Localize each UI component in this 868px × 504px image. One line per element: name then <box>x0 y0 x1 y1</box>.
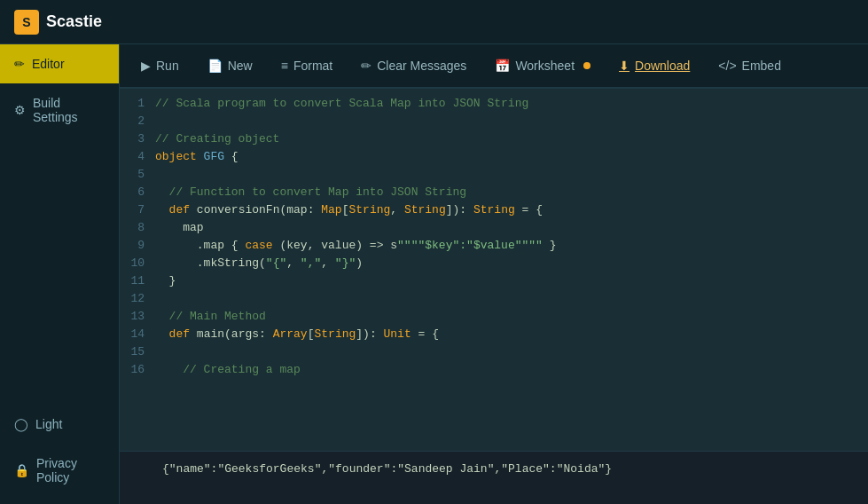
code-token: "," <box>301 256 321 270</box>
line-number: 9 <box>120 239 155 252</box>
line-number: 2 <box>120 114 155 128</box>
clear-messages-button[interactable]: ✏ Clear Messages <box>347 51 481 80</box>
line-number: 15 <box>120 345 155 358</box>
code-token: case <box>245 239 279 252</box>
line-number: 12 <box>120 292 155 305</box>
code-token: ) <box>356 256 363 270</box>
line-number: 4 <box>120 150 155 163</box>
lock-icon: 🔒 <box>14 463 29 477</box>
code-token: = { <box>515 203 543 217</box>
sidebar-label-editor: Editor <box>32 57 65 71</box>
code-token: String <box>348 203 390 217</box>
toolbar: ▶ Run 📄 New ≡ Format ✏ Clear Messages 📅 … <box>120 44 868 89</box>
embed-button[interactable]: </> Embed <box>704 51 795 80</box>
line-code: .map { case (key, value) => s""""$key":"… <box>155 239 557 252</box>
code-token: } <box>155 274 176 287</box>
run-button[interactable]: ▶ Run <box>127 51 193 80</box>
right-panel: ▶ Run 📄 New ≡ Format ✏ Clear Messages 📅 … <box>120 44 868 504</box>
format-icon: ≡ <box>281 59 288 73</box>
code-token: map <box>155 221 204 234</box>
worksheet-button[interactable]: 📅 Worksheet <box>481 51 605 80</box>
line-number: 7 <box>120 203 155 217</box>
code-token: object <box>155 150 204 163</box>
code-token: (key, value) => s <box>279 239 397 252</box>
line-number: 5 <box>120 168 155 181</box>
new-label: New <box>228 59 253 73</box>
code-line: 3// Creating object <box>120 131 868 149</box>
code-line: 14 def main(args: Array[String]): Unit =… <box>120 327 868 344</box>
sidebar-item-build-settings[interactable]: ⚙ Build Settings <box>0 83 119 137</box>
code-line: 9 .map { case (key, value) => s""""$key"… <box>120 238 868 256</box>
line-code: def main(args: Array[String]): Unit = { <box>155 327 439 341</box>
format-label: Format <box>293 59 332 73</box>
line-code: // Creating a map <box>155 363 301 376</box>
code-token: main <box>197 327 224 341</box>
embed-icon: </> <box>718 59 736 73</box>
code-token: // Creating object <box>155 132 279 146</box>
code-token: """"$key":"$value"""" <box>397 239 543 252</box>
worksheet-label: Worksheet <box>515 59 575 73</box>
code-token: conversionFn <box>197 203 280 217</box>
format-button[interactable]: ≡ Format <box>267 51 348 80</box>
line-code: // Scala program to convert Scala Map in… <box>155 97 528 110</box>
clear-messages-label: Clear Messages <box>377 59 466 73</box>
line-number: 6 <box>120 185 155 199</box>
line-code: .mkString("{", ",", "}") <box>155 256 363 270</box>
sidebar: ✏ Editor ⚙ Build Settings ◯ Light 🔒 Priv… <box>0 44 120 504</box>
code-line: 15 <box>120 344 868 362</box>
code-token: ]): <box>356 327 383 341</box>
code-token: Map <box>321 203 341 217</box>
line-number: 8 <box>120 221 155 234</box>
code-line: 11 } <box>120 273 868 291</box>
code-token: String <box>473 203 515 217</box>
code-token: { <box>231 150 239 163</box>
code-token: (map: <box>279 203 321 217</box>
logo-area: S Scastie <box>14 10 102 35</box>
code-token: Array <box>273 327 308 341</box>
code-token: , <box>321 256 335 270</box>
line-number: 16 <box>120 363 155 376</box>
new-button[interactable]: 📄 New <box>193 51 267 80</box>
line-number: 11 <box>120 274 155 287</box>
line-code: map <box>155 221 204 234</box>
editor-icon: ✏ <box>14 57 25 71</box>
code-token: // Scala program to convert Scala Map in… <box>155 97 528 110</box>
code-line: 13 // Main Method <box>120 309 868 327</box>
code-line: 12 <box>120 291 868 309</box>
code-token: String <box>314 327 356 341</box>
code-line: 5 <box>120 167 868 185</box>
sidebar-item-editor[interactable]: ✏ Editor <box>0 44 119 83</box>
download-button[interactable]: ⬇ Download <box>605 51 704 80</box>
code-line: 6 // Function to convert Map into JSON S… <box>120 185 868 202</box>
download-label: Download <box>635 59 690 73</box>
output-text: {"name":"GeeksforGeeks","founder":"Sande… <box>162 462 612 476</box>
line-number: 1 <box>120 97 155 110</box>
line-code: // Creating object <box>155 132 279 146</box>
code-token: // Function to convert Map into JSON Str… <box>155 185 466 199</box>
line-number: 10 <box>120 256 155 270</box>
code-line: 16 // Creating a map <box>120 362 868 380</box>
code-line: 1// Scala program to convert Scala Map i… <box>120 96 868 114</box>
line-number: 3 <box>120 132 155 146</box>
gear-icon: ⚙ <box>14 103 26 117</box>
code-token <box>155 203 169 217</box>
sidebar-item-light[interactable]: ◯ Light <box>0 405 119 444</box>
code-token: .map { <box>155 239 245 252</box>
line-code: } <box>155 274 176 287</box>
code-line: 8 map <box>120 220 868 238</box>
sidebar-item-privacy-policy[interactable]: 🔒 Privacy Policy <box>0 444 119 497</box>
content-area: 1// Scala program to convert Scala Map i… <box>120 89 868 504</box>
line-number: 13 <box>120 310 155 323</box>
code-token: .mkString( <box>155 256 266 270</box>
code-token: (args: <box>224 327 273 341</box>
code-token: , <box>390 203 404 217</box>
line-code: // Main Method <box>155 310 266 323</box>
code-line: 7 def conversionFn(map: Map[String, Stri… <box>120 202 868 220</box>
logo-letter: S <box>22 15 30 29</box>
code-token: ]): <box>446 203 473 217</box>
line-code: def conversionFn(map: Map[String, String… <box>155 203 543 217</box>
code-token: // Main Method <box>155 310 266 323</box>
code-editor[interactable]: 1// Scala program to convert Scala Map i… <box>120 89 868 451</box>
code-line: 4object GFG { <box>120 149 868 167</box>
light-icon: ◯ <box>14 417 28 431</box>
